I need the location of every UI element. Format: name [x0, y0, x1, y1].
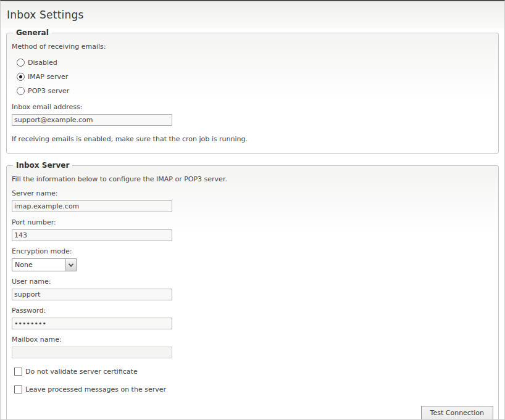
inbox-server-legend: Inbox Server: [13, 161, 72, 170]
page-header: Inbox Settings: [1, 1, 504, 28]
radio-disabled[interactable]: Disabled: [17, 59, 493, 67]
chevron-down-icon: [69, 261, 73, 266]
radio-disabled-control[interactable]: [17, 59, 25, 67]
checkbox-leave-messages-control[interactable]: [14, 385, 22, 393]
general-section: General Method of receiving emails: Disa…: [6, 28, 499, 154]
checkbox-validate-certificate[interactable]: Do not validate server certificate: [14, 368, 493, 376]
page-title: Inbox Settings: [7, 9, 83, 21]
user-name-label: User name:: [12, 278, 493, 286]
radio-pop3-server-control[interactable]: [17, 87, 25, 95]
password-label: Password:: [12, 307, 493, 315]
radio-imap-server-control[interactable]: [17, 73, 25, 81]
checkbox-leave-messages-label: Leave processed messages on the server: [25, 385, 166, 393]
inbox-email-input[interactable]: [12, 114, 172, 126]
encryption-mode-select[interactable]: None: [12, 258, 77, 271]
server-name-input[interactable]: [12, 200, 172, 212]
mailbox-name-label: Mailbox name:: [12, 336, 493, 344]
radio-pop3-server[interactable]: POP3 server: [17, 87, 493, 95]
checkbox-validate-certificate-control[interactable]: [14, 368, 22, 376]
encryption-mode-selected-value: None: [12, 261, 65, 269]
server-name-label: Server name:: [12, 189, 493, 197]
general-legend: General: [13, 28, 52, 37]
radio-pop3-server-label: POP3 server: [28, 87, 69, 95]
actions-row: Test Connection: [12, 406, 493, 420]
receiving-method-radio-group: Disabled IMAP server POP3 server: [12, 59, 493, 95]
port-number-input[interactable]: [12, 229, 172, 241]
encryption-mode-label: Encryption mode:: [12, 247, 493, 255]
radio-disabled-label: Disabled: [28, 59, 57, 67]
select-dropdown-button[interactable]: [65, 259, 76, 271]
settings-form: General Method of receiving emails: Disa…: [1, 28, 504, 420]
port-number-label: Port number:: [12, 218, 493, 226]
inbox-settings-page: Inbox Settings General Method of receivi…: [0, 0, 505, 420]
checkbox-validate-certificate-label: Do not validate server certificate: [25, 368, 138, 376]
cron-job-note: If receiving emails is enabled, make sur…: [12, 135, 493, 143]
test-connection-button[interactable]: Test Connection: [421, 406, 493, 420]
password-input[interactable]: [12, 318, 172, 329]
checkbox-leave-messages[interactable]: Leave processed messages on the server: [14, 385, 493, 393]
inbox-server-section: Inbox Server Fill the information below …: [6, 161, 499, 420]
radio-imap-server[interactable]: IMAP server: [17, 73, 493, 81]
method-of-receiving-label: Method of receiving emails:: [12, 43, 493, 51]
radio-imap-server-label: IMAP server: [28, 73, 68, 81]
user-name-input[interactable]: [12, 289, 172, 300]
inbox-server-description: Fill the information below to configure …: [12, 175, 493, 183]
mailbox-name-input: [12, 347, 172, 358]
inbox-email-label: Inbox email address:: [12, 103, 493, 111]
